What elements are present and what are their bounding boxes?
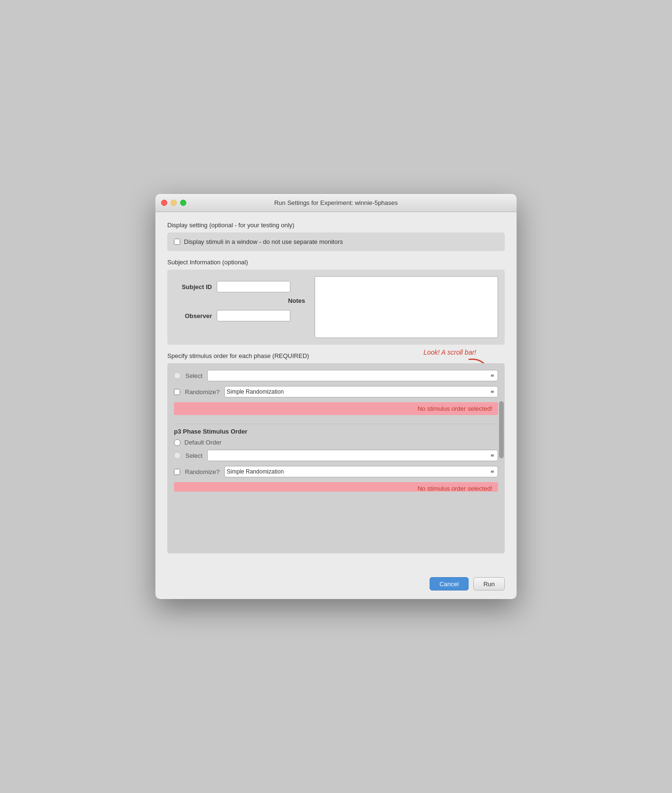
stimulus-scroll-area[interactable]: Select Randomize? Simple Randomization xyxy=(167,363,505,553)
cancel-button[interactable]: Cancel xyxy=(430,577,469,590)
display-setting-box: Display stimuli in a window - do not use… xyxy=(167,232,505,251)
subject-id-label: Subject ID xyxy=(174,283,212,290)
p3-randomize-checkbox[interactable] xyxy=(174,469,180,475)
subject-info-label: Subject Information (optional) xyxy=(167,259,505,266)
subject-info-section: Subject Information (optional) Subject I… xyxy=(167,259,505,345)
notes-label: Notes xyxy=(288,297,305,304)
p2-select-dropdown[interactable] xyxy=(207,370,498,381)
main-content: Display setting (optional - for your tes… xyxy=(155,212,517,571)
scroll-annotation: Look! A scroll bar! xyxy=(423,348,476,356)
p2-error-bar: No stimulus order selected! xyxy=(174,402,498,415)
stimulus-header: Specify stimulus order for each phase (R… xyxy=(167,352,505,359)
phase-separator xyxy=(174,424,498,424)
display-setting-label: Display setting (optional - for your tes… xyxy=(167,222,505,229)
subject-id-row: Subject ID xyxy=(174,281,307,292)
titlebar: Run Settings for Experiment: winnie-5pha… xyxy=(155,194,517,212)
subject-info-box: Subject ID Notes Observer xyxy=(167,270,505,345)
p3-default-order-row: Default Order xyxy=(174,439,498,446)
scrollbar-indicator xyxy=(499,401,504,458)
display-stimuli-row: Display stimuli in a window - do not use… xyxy=(174,238,498,245)
main-window: Run Settings for Experiment: winnie-5pha… xyxy=(155,194,517,599)
p3-select-label: Select xyxy=(185,452,202,459)
p3-default-radio[interactable] xyxy=(174,439,181,446)
notes-wrapper xyxy=(315,276,498,338)
display-setting-section: Display setting (optional - for your tes… xyxy=(167,222,505,251)
p2-randomize-dropdown[interactable]: Simple Randomization xyxy=(224,386,498,397)
p3-randomize-row: Randomize? Simple Randomization xyxy=(174,466,498,477)
window-title: Run Settings for Experiment: winnie-5pha… xyxy=(274,199,398,206)
fullscreen-button[interactable] xyxy=(180,200,186,206)
p3-default-label: Default Order xyxy=(184,439,221,446)
p2-select-radio[interactable] xyxy=(174,372,181,379)
p2-select-row: Select xyxy=(174,370,498,381)
bottom-bar: Cancel Run xyxy=(155,571,517,599)
stimulus-section: Specify stimulus order for each phase (R… xyxy=(167,352,505,553)
subject-id-input[interactable] xyxy=(217,281,290,292)
stimulus-title: Specify stimulus order for each phase (R… xyxy=(167,352,309,359)
observer-row: Observer xyxy=(174,310,307,321)
p3-randomize-dropdown[interactable]: Simple Randomization xyxy=(224,466,498,477)
minimize-button[interactable] xyxy=(171,200,177,206)
p3-error-bar: No stimulus order selected! xyxy=(174,482,498,492)
p2-randomize-checkbox[interactable] xyxy=(174,389,180,395)
phase-group-p2: Select Randomize? Simple Randomization xyxy=(174,370,498,415)
p3-select-row: Select xyxy=(174,450,498,461)
p2-randomize-label: Randomize? xyxy=(185,388,220,396)
p3-select-radio[interactable] xyxy=(174,452,181,459)
p2-select-label: Select xyxy=(185,372,202,379)
observer-input[interactable] xyxy=(217,310,290,321)
notes-textarea[interactable] xyxy=(315,276,498,338)
p3-select-dropdown[interactable] xyxy=(207,450,498,461)
display-stimuli-label: Display stimuli in a window - do not use… xyxy=(184,238,343,245)
p3-phase-title: p3 Phase Stimulus Order xyxy=(174,428,498,435)
p3-randomize-label: Randomize? xyxy=(185,468,220,475)
subject-fields: Subject ID Notes Observer xyxy=(174,276,307,338)
run-button[interactable]: Run xyxy=(473,577,505,590)
p2-randomize-row: Randomize? Simple Randomization xyxy=(174,386,498,397)
phase-group-p3: p3 Phase Stimulus Order Default Order Se… xyxy=(174,428,498,492)
observer-label: Observer xyxy=(174,312,212,319)
display-stimuli-checkbox[interactable] xyxy=(174,239,180,245)
stimulus-scroll-inner: Select Randomize? Simple Randomization xyxy=(167,363,505,507)
close-button[interactable] xyxy=(161,200,167,206)
traffic-lights xyxy=(161,200,186,206)
